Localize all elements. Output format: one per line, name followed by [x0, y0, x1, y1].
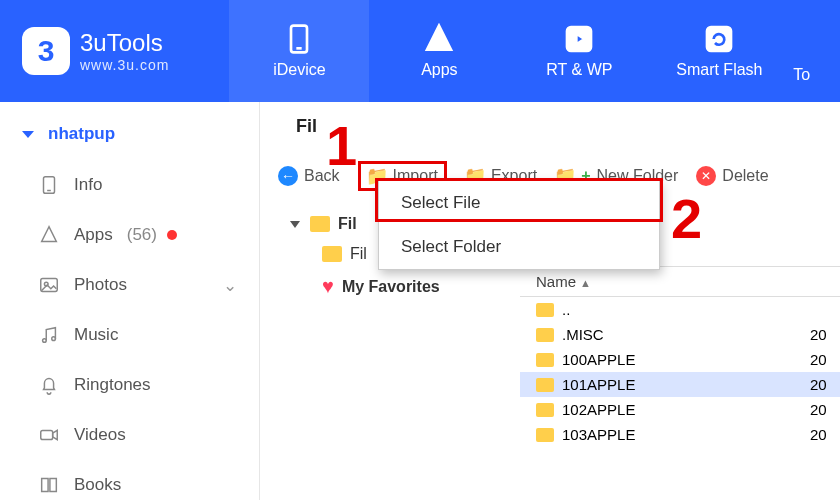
heart-icon: ♥ [322, 275, 334, 298]
sort-asc-icon: ▲ [580, 277, 591, 289]
sidebar: nhatpup Info Apps (56) Photos ⌄ Music Ri… [0, 102, 260, 500]
file-name: .. [562, 301, 570, 318]
file-list: Name▲ .. .MISC20 100APPLE20 101APPLE20 1… [520, 266, 840, 447]
file-name: 101APPLE [562, 376, 802, 393]
svg-rect-10 [41, 430, 53, 439]
triangle-down-icon [290, 221, 300, 228]
file-col2: 20 [810, 326, 827, 343]
folder-icon [536, 428, 554, 442]
nav-label: To [793, 66, 810, 84]
refresh-icon [703, 23, 735, 55]
music-note-icon [38, 324, 60, 346]
file-name: 103APPLE [562, 426, 802, 443]
brand: 3 3uTools www.3u.com [22, 27, 169, 75]
file-col2: 20 [810, 426, 827, 443]
folder-icon [322, 246, 342, 262]
folder-icon [536, 303, 554, 317]
music-icon [563, 23, 595, 55]
file-row[interactable]: 103APPLE20 [520, 422, 840, 447]
folder-icon [536, 403, 554, 417]
apps-count: (56) [127, 225, 157, 245]
nav-tab-apps[interactable]: Apps [369, 0, 509, 102]
tree-root-label: Fil [338, 215, 357, 233]
sidebar-item-books[interactable]: Books [0, 460, 259, 500]
nav-tabs: iDevice Apps RT & WP Smart Flash To [229, 0, 829, 102]
delete-x-icon: ✕ [696, 166, 716, 186]
folder-icon [536, 328, 554, 342]
caret-down-icon [22, 131, 34, 138]
delete-label: Delete [722, 167, 768, 185]
file-col2: 20 [810, 376, 827, 393]
brand-url: www.3u.com [80, 57, 169, 73]
dropdown-select-folder[interactable]: Select Folder [379, 225, 659, 269]
back-button[interactable]: ← Back [278, 166, 340, 186]
sidebar-user-name: nhatpup [48, 124, 115, 144]
sidebar-item-label: Apps [74, 225, 113, 245]
svg-rect-3 [707, 27, 731, 51]
svg-point-8 [43, 339, 47, 343]
sidebar-user[interactable]: nhatpup [0, 114, 259, 160]
file-name: 100APPLE [562, 351, 802, 368]
file-row[interactable]: 100APPLE20 [520, 347, 840, 372]
nav-tab-toolbox[interactable]: To [789, 0, 829, 102]
sidebar-item-ringtones[interactable]: Ringtones [0, 360, 259, 410]
video-icon [38, 424, 60, 446]
tree-sub-label: Fil [350, 245, 367, 263]
folder-icon [536, 378, 554, 392]
sidebar-item-info[interactable]: Info [0, 160, 259, 210]
bell-icon [38, 374, 60, 396]
phone-outline-icon [38, 174, 60, 196]
nav-tab-idevice[interactable]: iDevice [229, 0, 369, 102]
sidebar-item-label: Info [74, 175, 102, 195]
file-list-header[interactable]: Name▲ [520, 266, 840, 297]
brand-text: 3uTools www.3u.com [80, 29, 169, 73]
folder-icon [536, 353, 554, 367]
top-nav: 3 3uTools www.3u.com iDevice Apps RT & W… [0, 0, 840, 102]
sidebar-item-label: Photos [74, 275, 127, 295]
delete-button[interactable]: ✕ Delete [696, 166, 768, 186]
tree-fav-label: My Favorites [342, 278, 440, 296]
apps-outline-icon [38, 224, 60, 246]
back-label: Back [304, 167, 340, 185]
nav-tab-rtwp[interactable]: RT & WP [509, 0, 649, 102]
nav-label: Smart Flash [676, 61, 762, 79]
svg-point-9 [52, 337, 56, 341]
file-header: Fil [260, 102, 840, 137]
nav-label: RT & WP [546, 61, 612, 79]
file-col2: 20 [810, 351, 827, 368]
folder-icon [310, 216, 330, 232]
nav-label: iDevice [273, 61, 325, 79]
book-icon [38, 474, 60, 496]
file-name: .MISC [562, 326, 802, 343]
back-arrow-icon: ← [278, 166, 298, 186]
import-dropdown: Select File Select Folder [378, 180, 660, 270]
sidebar-item-label: Ringtones [74, 375, 151, 395]
file-row-up[interactable]: .. [520, 297, 840, 322]
phone-icon [283, 23, 315, 55]
sidebar-item-label: Videos [74, 425, 126, 445]
nav-tab-smartflash[interactable]: Smart Flash [649, 0, 789, 102]
apps-icon [423, 23, 455, 55]
chevron-down-icon: ⌄ [223, 275, 237, 296]
file-col2: 20 [810, 401, 827, 418]
sidebar-item-label: Music [74, 325, 118, 345]
sidebar-item-label: Books [74, 475, 121, 495]
photos-icon [38, 274, 60, 296]
nav-label: Apps [421, 61, 457, 79]
file-row[interactable]: .MISC20 [520, 322, 840, 347]
dropdown-select-file[interactable]: Select File [379, 181, 659, 225]
notification-dot-icon [167, 230, 177, 240]
brand-logo: 3 [22, 27, 70, 75]
sidebar-item-music[interactable]: Music [0, 310, 259, 360]
name-column-header: Name [536, 273, 576, 290]
file-name: 102APPLE [562, 401, 802, 418]
brand-name: 3uTools [80, 29, 169, 57]
file-row-selected[interactable]: 101APPLE20 [520, 372, 840, 397]
file-row[interactable]: 102APPLE20 [520, 397, 840, 422]
sidebar-item-videos[interactable]: Videos [0, 410, 259, 460]
sidebar-item-photos[interactable]: Photos ⌄ [0, 260, 259, 310]
sidebar-item-apps[interactable]: Apps (56) [0, 210, 259, 260]
